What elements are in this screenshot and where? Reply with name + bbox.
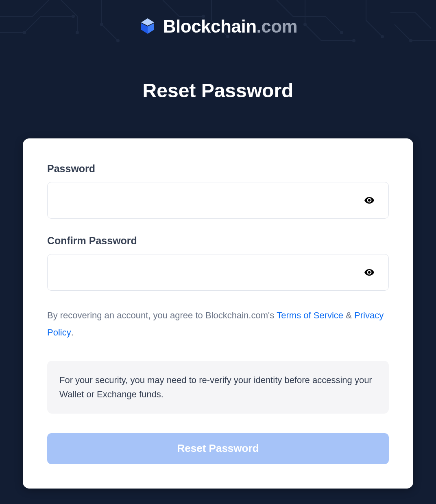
agreement-text: By recovering an account, you agree to B… [47,307,389,341]
brand-suffix: .com [257,16,298,36]
blockchain-logo-icon [139,18,157,35]
page-title: Reset Password [0,79,436,102]
confirm-password-field-group: Confirm Password [47,235,389,291]
password-field-group: Password [47,163,389,219]
agreement-period: . [71,327,74,337]
toggle-password-visibility-icon[interactable] [361,192,377,208]
brand-text: Blockchain.com [163,16,297,37]
agreement-amp: & [343,310,354,320]
reset-password-button[interactable]: Reset Password [47,433,389,464]
password-input[interactable] [47,182,389,219]
header: Blockchain.com [0,0,436,45]
confirm-password-label: Confirm Password [47,235,389,247]
confirm-password-input-wrapper [47,254,389,291]
toggle-confirm-visibility-icon[interactable] [361,264,377,280]
security-info-text: For your security, you may need to re-ve… [59,373,377,401]
reset-password-card: Password Confirm Password By recovering … [23,138,413,489]
password-label: Password [47,163,389,175]
terms-of-service-link[interactable]: Terms of Service [277,310,343,320]
brand-name: Blockchain [163,16,257,36]
password-input-wrapper [47,182,389,219]
confirm-password-input[interactable] [47,254,389,291]
security-info-banner: For your security, you may need to re-ve… [47,361,389,414]
agreement-prefix: By recovering an account, you agree to B… [47,310,277,320]
